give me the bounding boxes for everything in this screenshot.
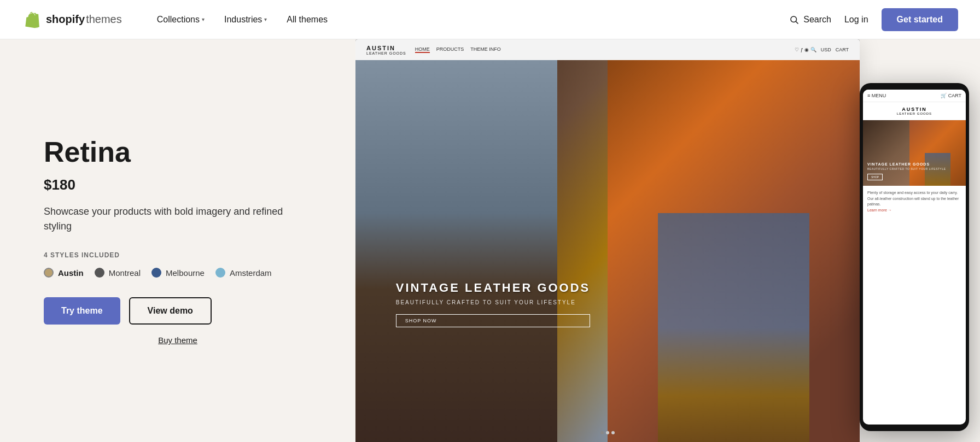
svg-point-1 (791, 16, 797, 22)
mobile-hero-btn: SHOP (867, 174, 883, 180)
industries-chevron-icon: ▾ (264, 16, 267, 22)
desktop-preview: AUSTIN LEATHER GOODS HOME PRODUCTS THEME… (355, 39, 860, 442)
main-nav: Collections ▾ Industries ▾ All themes (148, 10, 790, 29)
style-melbourne[interactable]: Melbourne (151, 268, 205, 278)
preview-nav: AUSTIN LEATHER GOODS HOME PRODUCTS THEME… (355, 39, 860, 60)
svg-line-2 (796, 21, 798, 23)
preview-container: AUSTIN LEATHER GOODS HOME PRODUCTS THEME… (355, 39, 980, 442)
style-austin[interactable]: Austin (44, 268, 84, 278)
mobile-nav: ≡ MENU 🛒 CART (863, 90, 966, 102)
search-button[interactable]: Search (789, 15, 831, 25)
hero-overlay: VINTAGE LEATHER GOODS BEAUTIFULLY CRAFTE… (396, 281, 591, 327)
preview-panel: AUSTIN LEATHER GOODS HOME PRODUCTS THEME… (355, 39, 980, 442)
collections-chevron-icon: ▾ (202, 16, 205, 22)
preview-nav-right: ♡ ƒ ◉ 🔍 USD CART (795, 47, 849, 52)
style-amsterdam[interactable]: Amsterdam (215, 268, 272, 278)
logo-themes-text: themes (86, 13, 122, 26)
view-demo-button[interactable]: View demo (129, 297, 212, 325)
logo-shopify-text: shopify (46, 13, 85, 26)
austin-dot (44, 268, 54, 278)
shopify-logo-icon (22, 10, 42, 30)
style-montreal[interactable]: Montreal (95, 268, 141, 278)
mobile-hero: VINTAGE LEATHER GOODS BEAUTIFULLY CRAFTE… (863, 120, 966, 186)
styles-label: 4 STYLES INCLUDED (44, 251, 312, 259)
dot-3 (611, 431, 615, 434)
preview-nav-home: HOME (415, 46, 430, 53)
dot-1 (600, 431, 604, 434)
try-theme-button[interactable]: Try theme (44, 297, 120, 325)
preview-logo: AUSTIN LEATHER GOODS (366, 45, 406, 55)
preview-nav-products: PRODUCTS (436, 46, 464, 53)
preview-usd: USD (821, 47, 831, 52)
preview-cart: CART (836, 47, 849, 52)
montreal-dot (95, 268, 104, 278)
mobile-hero-text: VINTAGE LEATHER GOODS BEAUTIFULLY CRAFTE… (867, 162, 946, 180)
action-buttons: Try theme View demo (44, 297, 312, 325)
buy-theme-button[interactable]: Buy theme (44, 335, 312, 345)
nav-all-themes[interactable]: All themes (278, 10, 336, 29)
mobile-menu-icon: ≡ MENU (867, 93, 886, 98)
slider-dots (600, 428, 615, 438)
hero-shop-button: SHOP NOW (396, 314, 591, 327)
mobile-content: Plenty of storage and easy access to you… (863, 186, 966, 217)
nav-collections[interactable]: Collections ▾ (148, 10, 213, 29)
mobile-cart-icon: 🛒 CART (941, 93, 961, 98)
get-started-button[interactable]: Get started (882, 8, 958, 31)
login-button[interactable]: Log in (844, 15, 868, 25)
preview-nav-links: HOME PRODUCTS THEME INFO (415, 46, 786, 53)
theme-price: $180 (44, 176, 312, 193)
mobile-preview: ≡ MENU 🛒 CART AUSTIN LEATHER GOODS VINTA… (860, 83, 969, 431)
search-icon (789, 15, 799, 25)
header-right: Search Log in Get started (789, 8, 958, 31)
mobile-learn-more: Learn more → (867, 208, 961, 214)
svg-rect-0 (34, 15, 38, 27)
hero-section: VINTAGE LEATHER GOODS BEAUTIFULLY CRAFTE… (355, 60, 860, 442)
theme-description: Showcase your products with bold imagery… (44, 204, 312, 234)
hero-subtitle: BEAUTIFULLY CRAFTED TO SUIT YOUR LIFESTY… (396, 299, 591, 305)
nav-industries[interactable]: Industries ▾ (215, 10, 276, 29)
preview-nav-theme-info: THEME INFO (470, 46, 501, 53)
preview-nav-icons: ♡ ƒ ◉ 🔍 (795, 47, 816, 52)
melbourne-dot (151, 268, 161, 278)
style-options: Austin Montreal Melbourne Amsterdam (44, 268, 312, 278)
hero-bg (355, 60, 860, 442)
mobile-logo: AUSTIN LEATHER GOODS (863, 102, 966, 120)
hero-title: VINTAGE LEATHER GOODS (396, 281, 591, 295)
amsterdam-dot (215, 268, 225, 278)
mobile-screen: ≡ MENU 🛒 CART AUSTIN LEATHER GOODS VINTA… (863, 90, 966, 425)
theme-title: Retina (44, 137, 312, 168)
theme-info-panel: Retina $180 Showcase your products with … (0, 39, 355, 442)
logo[interactable]: shopify themes (22, 10, 122, 30)
dot-2 (606, 431, 609, 434)
main-content: Retina $180 Showcase your products with … (0, 39, 980, 442)
